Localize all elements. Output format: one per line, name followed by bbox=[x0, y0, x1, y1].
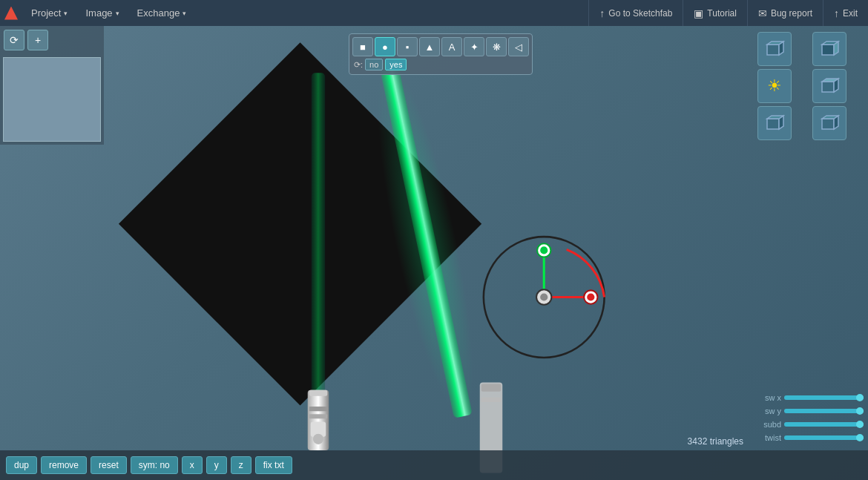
top-bar-right: ↑ Go to Sketchfab ▣ Tutorial ✉ Bug repor… bbox=[588, 0, 868, 26]
circle-tool-button[interactable]: ● bbox=[375, 37, 395, 56]
sym-z-bottom-button[interactable]: z bbox=[231, 456, 251, 474]
svg-rect-1 bbox=[312, 73, 325, 420]
flower-tool-button[interactable]: ❋ bbox=[486, 37, 507, 56]
view-light-button[interactable]: ☀ bbox=[757, 69, 792, 103]
view-perspective-button[interactable] bbox=[757, 106, 792, 140]
upload-icon: ↑ bbox=[599, 7, 605, 19]
sw-x-label: sw x bbox=[757, 393, 781, 402]
small-square-tool-button[interactable]: ▪ bbox=[397, 37, 418, 56]
star-tool-button[interactable]: ✦ bbox=[464, 37, 484, 56]
fix-txt-button[interactable]: fix txt bbox=[255, 456, 292, 474]
sym-no-tag[interactable]: no bbox=[365, 59, 383, 70]
bug-report-button[interactable]: ✉ Bug report bbox=[747, 0, 823, 26]
svg-point-9 bbox=[313, 434, 323, 444]
sw-y-row: sw y bbox=[757, 407, 864, 415]
arrow-tool-button[interactable]: ◁ bbox=[508, 37, 529, 56]
dup-button[interactable]: dup bbox=[6, 456, 37, 474]
symmetry-row: ⟳: no yes bbox=[352, 58, 529, 71]
exit-icon: ↑ bbox=[834, 7, 839, 19]
bottom-bar: dup remove reset sym: no x y z fix txt bbox=[0, 450, 868, 480]
sw-x-row: sw x bbox=[757, 393, 864, 402]
twist-row: twist bbox=[757, 433, 864, 442]
svg-rect-22 bbox=[767, 45, 779, 55]
go-to-sketchfab-button[interactable]: ↑ Go to Sketchfab bbox=[588, 0, 683, 26]
svg-rect-5 bbox=[309, 390, 327, 396]
triangle-count: 3432 triangles bbox=[688, 436, 743, 447]
view-top-button[interactable] bbox=[812, 69, 846, 103]
left-panel-top: ⟳ + bbox=[0, 26, 104, 54]
view-front-button[interactable] bbox=[757, 32, 792, 66]
logo-shape bbox=[4, 7, 18, 20]
reset-button[interactable]: reset bbox=[91, 456, 127, 474]
sym-yes-tag[interactable]: yes bbox=[385, 59, 407, 70]
subd-row: subd bbox=[757, 420, 864, 429]
tutorial-button[interactable]: ▣ Tutorial bbox=[683, 0, 747, 26]
sym-x-bottom-button[interactable]: x bbox=[182, 456, 203, 474]
sliders-panel: sw x sw y subd twist bbox=[753, 389, 868, 447]
view-back-button[interactable] bbox=[812, 106, 846, 140]
sw-y-label: sw y bbox=[757, 407, 781, 415]
svg-rect-34 bbox=[822, 119, 834, 129]
svg-rect-25 bbox=[822, 45, 834, 55]
top-bar: Project ▾ Image ▾ Exchange ▾ ↑ Go to Ske… bbox=[0, 0, 868, 26]
text-tool-button[interactable]: A bbox=[441, 37, 462, 56]
tutorial-icon: ▣ bbox=[694, 7, 703, 19]
view-right-button[interactable] bbox=[812, 32, 846, 66]
mail-icon: ✉ bbox=[758, 7, 767, 19]
twist-label: twist bbox=[757, 433, 781, 442]
add-object-button[interactable]: + bbox=[27, 30, 48, 50]
menu-exchange[interactable]: Exchange ▾ bbox=[128, 0, 196, 26]
triangle-tool-button[interactable]: ▲ bbox=[419, 37, 440, 56]
scene-viewport[interactable] bbox=[104, 26, 749, 480]
subd-label: subd bbox=[757, 420, 781, 429]
reset-view-button[interactable]: ⟳ bbox=[4, 30, 24, 50]
symmetry-icon: ⟳: bbox=[354, 60, 363, 70]
menu-image[interactable]: Image ▾ bbox=[76, 0, 128, 26]
sym-no-bottom-button[interactable]: sym: no bbox=[131, 456, 178, 474]
svg-rect-31 bbox=[767, 119, 779, 129]
sw-y-slider[interactable] bbox=[784, 409, 864, 413]
svg-point-16 bbox=[540, 246, 548, 254]
view-btn-grid: ☀ bbox=[757, 32, 864, 140]
stats-panel: 3432 triangles bbox=[688, 436, 749, 447]
square-tool-button[interactable]: ■ bbox=[352, 37, 373, 56]
toolbar-tools-row: ■ ● ▪ ▲ A ✦ ❋ ◁ bbox=[352, 37, 529, 56]
svg-rect-28 bbox=[822, 82, 834, 92]
sym-y-bottom-button[interactable]: y bbox=[206, 456, 227, 474]
menu-project[interactable]: Project ▾ bbox=[22, 0, 76, 26]
left-panel: ⟳ + bbox=[0, 26, 104, 145]
svg-point-19 bbox=[587, 293, 594, 300]
remove-button[interactable]: remove bbox=[41, 456, 87, 474]
exit-button[interactable]: ↑ Exit bbox=[823, 0, 868, 26]
sw-x-slider[interactable] bbox=[784, 395, 864, 400]
svg-rect-6 bbox=[309, 407, 327, 411]
canvas-area[interactable]: ⟳ + bbox=[0, 26, 868, 480]
twist-slider[interactable] bbox=[784, 435, 864, 440]
svg-rect-11 bbox=[481, 384, 501, 392]
thumbnail-area bbox=[3, 57, 101, 142]
logo bbox=[0, 7, 22, 20]
toolbar: ■ ● ▪ ▲ A ✦ ❋ ◁ ⟳: no yes bbox=[349, 33, 533, 75]
svg-rect-12 bbox=[481, 398, 501, 402]
subd-slider[interactable] bbox=[784, 422, 864, 427]
svg-point-21 bbox=[540, 293, 548, 300]
svg-rect-7 bbox=[309, 414, 327, 418]
